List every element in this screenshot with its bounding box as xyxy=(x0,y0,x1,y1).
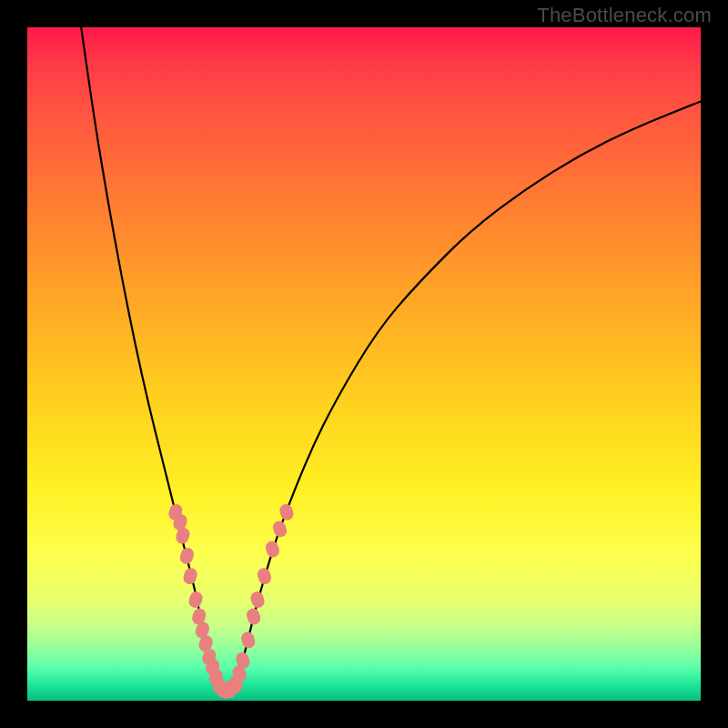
markers-group xyxy=(167,502,295,699)
data-marker xyxy=(249,590,267,609)
data-marker xyxy=(178,546,196,565)
data-marker xyxy=(239,631,257,650)
chart-frame: TheBottleneck.com xyxy=(0,0,728,728)
curve-left-branch xyxy=(81,27,216,687)
curve-group xyxy=(81,27,701,694)
data-marker xyxy=(245,607,262,626)
plot-area xyxy=(27,27,701,701)
data-marker xyxy=(278,502,295,521)
data-marker xyxy=(264,540,281,559)
watermark-text: TheBottleneck.com xyxy=(537,4,712,27)
data-marker xyxy=(271,520,288,539)
data-marker xyxy=(187,590,205,609)
data-marker xyxy=(256,566,273,585)
curve-right-branch xyxy=(236,101,701,687)
chart-svg xyxy=(27,27,701,701)
data-marker xyxy=(182,566,199,585)
